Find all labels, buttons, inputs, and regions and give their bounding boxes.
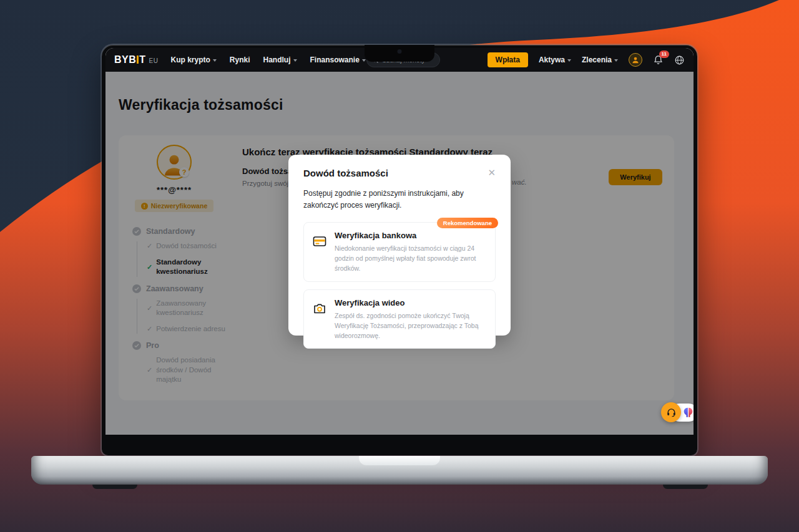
option-text: Weryfikacja wideo Zespół ds. zgodności p… bbox=[335, 298, 486, 341]
option-bank-verification[interactable]: Rekomendowane Weryfikacja bankowa Niedok… bbox=[303, 222, 496, 282]
chevron-down-icon bbox=[213, 59, 217, 62]
laptop-lid-scoop bbox=[359, 456, 440, 465]
nav-right-group: Wpłata Aktywa Zlecenia 11 bbox=[488, 52, 685, 67]
modal-title: Dowód tożsamości bbox=[303, 168, 388, 178]
modal-header: Dowód tożsamości ✕ bbox=[303, 168, 496, 178]
nav-item-finansowanie[interactable]: Finansowanie bbox=[310, 56, 366, 64]
nav-item-handluj[interactable]: Handluj bbox=[263, 56, 297, 64]
person-icon bbox=[631, 56, 640, 64]
chevron-down-icon bbox=[362, 59, 366, 62]
option-video-verification[interactable]: Weryfikacja wideo Zespół ds. zgodności p… bbox=[303, 289, 496, 349]
recommended-badge: Rekomendowane bbox=[437, 218, 498, 228]
deposit-button[interactable]: Wpłata bbox=[488, 52, 528, 67]
close-icon[interactable]: ✕ bbox=[488, 168, 496, 177]
chevron-down-icon bbox=[567, 59, 571, 62]
option-description: Zespół ds. zgodności pomoże ukończyć Two… bbox=[335, 311, 486, 341]
nav-item-kup-krypto[interactable]: Kup krypto bbox=[170, 56, 216, 64]
language-globe-icon[interactable] bbox=[674, 55, 685, 65]
modal-description: Postępuj zgodnie z poniższymi instrukcja… bbox=[303, 188, 496, 212]
user-avatar[interactable] bbox=[629, 53, 642, 67]
nav-item-orders[interactable]: Zlecenia bbox=[582, 56, 618, 64]
logo-accent-bar bbox=[137, 56, 139, 64]
brain-icon bbox=[682, 406, 694, 419]
notifications-button[interactable]: 11 bbox=[653, 54, 664, 65]
option-title: Weryfikacja bankowa bbox=[335, 231, 486, 240]
bybit-logo[interactable]: BYBT EU bbox=[114, 54, 158, 65]
support-chat-button[interactable] bbox=[661, 402, 681, 422]
option-text: Weryfikacja bankowa Niedokonanie weryfik… bbox=[335, 231, 486, 274]
identity-proof-modal: Dowód tożsamości ✕ Postępuj zgodnie z po… bbox=[288, 155, 511, 336]
headset-icon bbox=[666, 407, 677, 418]
webcam-icon bbox=[398, 49, 402, 54]
logo-text: BYB bbox=[114, 54, 136, 65]
laptop-base bbox=[31, 456, 768, 485]
camera-notch bbox=[365, 45, 434, 62]
option-description: Niedokonanie weryfikacji tożsamości w ci… bbox=[335, 243, 486, 274]
browser-viewport: BYBT EU Kup krypto Rynki Handluj Finanso… bbox=[105, 48, 694, 435]
laptop-screen: BYBT EU Kup krypto Rynki Handluj Finanso… bbox=[102, 45, 697, 455]
nav-item-assets[interactable]: Aktywa bbox=[539, 56, 571, 64]
notification-count-badge: 11 bbox=[659, 51, 669, 58]
credit-card-icon bbox=[312, 234, 327, 249]
camera-icon bbox=[312, 301, 327, 316]
option-title: Weryfikacja wideo bbox=[335, 298, 486, 307]
nav-item-rynki[interactable]: Rynki bbox=[230, 56, 250, 64]
chevron-down-icon bbox=[614, 59, 618, 62]
logo-region: EU bbox=[149, 57, 159, 64]
chevron-down-icon bbox=[293, 59, 297, 62]
